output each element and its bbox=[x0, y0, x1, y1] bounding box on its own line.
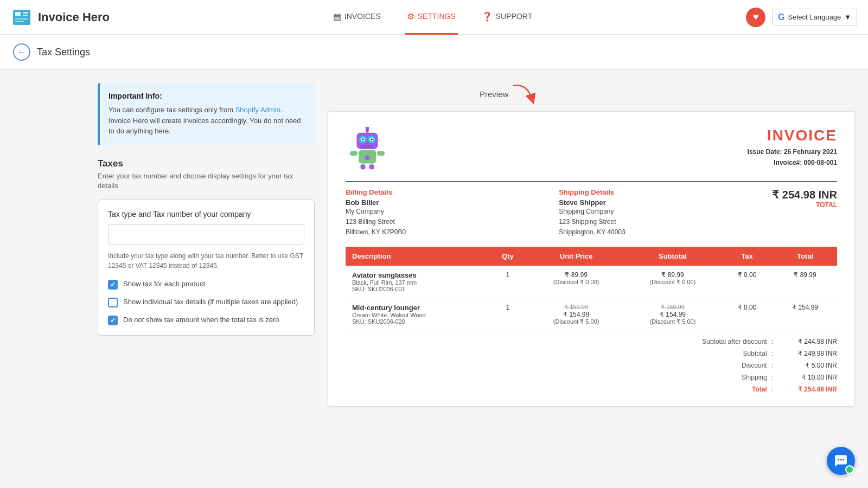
item-tax-2: ₹ 0.00 bbox=[721, 298, 773, 331]
total-col: ₹ 254.98 INR TOTAL bbox=[772, 188, 837, 209]
show-individual-tax-label: Show individual tax details (if multiple… bbox=[123, 297, 298, 307]
nav-item-invoices[interactable]: ▤ INVOICES bbox=[331, 0, 383, 35]
info-box-title: Important Info: bbox=[108, 92, 306, 100]
totals-label-subtotal: Subtotal bbox=[669, 350, 767, 357]
sub-header: ← Tax Settings bbox=[0, 35, 868, 70]
preview-label-area: Preview bbox=[480, 83, 855, 105]
invoice-totals: Subtotal after discount : ₹ 244.98 INR S… bbox=[346, 331, 837, 395]
item-price-discount-2: (Discount ₹ 5.00) bbox=[534, 318, 618, 325]
translate-button[interactable]: G Select Language ▼ bbox=[772, 9, 857, 26]
totals-label-shipping: Shipping bbox=[669, 374, 767, 381]
billing-company: My Company bbox=[346, 208, 384, 215]
invoices-icon: ▤ bbox=[333, 11, 341, 22]
svg-rect-5 bbox=[15, 21, 24, 22]
totals-value-sad: ₹ 244.98 INR bbox=[777, 338, 837, 345]
shipping-street: 123 Shipping Street bbox=[559, 218, 616, 226]
svg-rect-17 bbox=[350, 151, 358, 156]
nav-label-settings: SETTINGS bbox=[418, 12, 456, 21]
invoice-divider bbox=[346, 181, 837, 182]
back-button[interactable]: ← bbox=[13, 43, 30, 61]
col-header-total: Total bbox=[773, 247, 837, 266]
main-content: Important Info: You can configure tax se… bbox=[0, 70, 868, 420]
nav-item-support[interactable]: ❓ SUPPORT bbox=[480, 0, 534, 35]
svg-rect-20 bbox=[361, 164, 366, 169]
issue-date-label: Issue Date: bbox=[748, 148, 782, 156]
main-nav: ▤ INVOICES ⚙ SETTINGS ❓ SUPPORT bbox=[119, 0, 746, 35]
page-title: Tax Settings bbox=[37, 47, 90, 58]
totals-label-discount: Discount bbox=[669, 362, 767, 369]
totals-colon-sad: : bbox=[767, 338, 777, 345]
item-unit-price-2: ₹ 159.99 ₹ 154.99 (Discount ₹ 5.00) bbox=[528, 298, 624, 331]
show-tax-product-checkbox[interactable] bbox=[108, 280, 118, 290]
item-price-main-1: ₹ 89.99 bbox=[534, 271, 618, 279]
item-subtotal-main-2: ₹ 154.99 bbox=[631, 311, 714, 318]
checkbox-row-3: Do not show tax amount when the total ta… bbox=[108, 315, 304, 325]
nav-label-support: SUPPORT bbox=[496, 12, 532, 21]
item-unit-price-1: ₹ 89.99 (Discount ₹ 0.00) bbox=[528, 266, 624, 298]
item-total-1: ₹ 89.99 bbox=[773, 266, 837, 298]
invoice-robot-logo bbox=[346, 127, 389, 170]
shopify-admin-link[interactable]: Shopify Admin bbox=[235, 106, 280, 114]
item-tax-1: ₹ 0.00 bbox=[721, 266, 773, 298]
tax-hint: Include your tax type along with your ta… bbox=[108, 251, 304, 271]
back-arrow-icon: ← bbox=[17, 47, 26, 57]
show-individual-tax-checkbox[interactable] bbox=[108, 298, 118, 307]
col-header-unit-price: Unit Price bbox=[528, 247, 624, 266]
item-subtotal-discount-2: (Discount ₹ 5.00) bbox=[631, 318, 714, 325]
totals-value-subtotal: ₹ 249.98 INR bbox=[777, 350, 837, 357]
svg-rect-1 bbox=[15, 12, 21, 16]
item-price-strike-2: ₹ 159.99 bbox=[534, 304, 618, 311]
no-show-zero-tax-label: Do not show tax amount when the total ta… bbox=[123, 315, 279, 325]
totals-row-discount: Discount : ₹ 5.00 INR bbox=[346, 359, 837, 371]
svg-rect-4 bbox=[15, 18, 28, 20]
svg-rect-2 bbox=[23, 12, 28, 14]
app-title: Invoice Hero bbox=[38, 10, 110, 24]
svg-rect-18 bbox=[377, 151, 385, 156]
invoice-num-value: 000-08-001 bbox=[804, 159, 837, 166]
table-row: Aviator sunglasses Black, Full Rim, 137 … bbox=[346, 266, 837, 298]
invoice-num-label: Invoice#: bbox=[774, 159, 802, 166]
totals-colon-discount: : bbox=[767, 362, 777, 369]
col-header-qty: Qty bbox=[487, 247, 528, 266]
tax-number-input[interactable] bbox=[108, 224, 304, 245]
total-label: TOTAL bbox=[772, 201, 837, 209]
right-panel: Preview bbox=[328, 83, 855, 407]
item-sub1-2: Cream White, Walnut Wood bbox=[352, 312, 481, 318]
totals-label-grand-total: Total bbox=[669, 386, 767, 393]
totals-row-grand-total: Total : ₹ 254.98 INR bbox=[346, 383, 837, 395]
totals-row-shipping: Shipping : ₹ 10.00 INR bbox=[346, 371, 837, 383]
settings-icon: ⚙ bbox=[407, 11, 414, 22]
heart-icon: ♥ bbox=[753, 11, 759, 23]
invoice-preview: INVOICE Issue Date: 26 February 2021 Inv… bbox=[328, 111, 855, 407]
heart-button[interactable]: ♥ bbox=[746, 8, 765, 27]
totals-row-subtotal: Subtotal : ₹ 249.98 INR bbox=[346, 348, 837, 359]
item-qty-1: 1 bbox=[487, 266, 528, 298]
checkbox-row-1: Show tax for each product bbox=[108, 279, 304, 290]
table-row: Mid-century lounger Cream White, Walnut … bbox=[346, 298, 837, 331]
nav-label-invoices: INVOICES bbox=[344, 12, 381, 21]
table-header-row: Description Qty Unit Price Subtotal Tax … bbox=[346, 247, 837, 266]
no-show-zero-tax-checkbox[interactable] bbox=[108, 316, 118, 325]
svg-rect-21 bbox=[369, 164, 374, 169]
item-sku-1: SKU: SKU2006-001 bbox=[352, 286, 481, 292]
chevron-down-icon: ▼ bbox=[844, 13, 851, 21]
billing-name: Bob Biller bbox=[346, 198, 559, 207]
item-name-1: Aviator sunglasses bbox=[352, 271, 481, 279]
col-header-subtotal: Subtotal bbox=[624, 247, 721, 266]
translate-label: Select Language bbox=[788, 13, 841, 21]
tax-card-title: Tax type and Tax number of your company bbox=[108, 210, 304, 219]
billing-street: 123 Billing Street bbox=[346, 218, 395, 226]
support-icon: ❓ bbox=[482, 11, 493, 22]
totals-value-discount: ₹ 5.00 INR bbox=[777, 362, 837, 369]
nav-item-settings[interactable]: ⚙ SETTINGS bbox=[405, 0, 458, 35]
shipping-col: Shipping Details Steve Shipper Shipping … bbox=[559, 188, 772, 238]
invoice-title: INVOICE bbox=[748, 127, 837, 144]
svg-point-19 bbox=[365, 155, 370, 160]
totals-row-subtotal-after-discount: Subtotal after discount : ₹ 244.98 INR bbox=[346, 336, 837, 348]
svg-point-14 bbox=[371, 138, 373, 140]
item-description-1: Aviator sunglasses Black, Full Rim, 137 … bbox=[346, 266, 487, 298]
item-sub1-1: Black, Full Rim, 137 mm bbox=[352, 279, 481, 286]
app-logo-icon bbox=[11, 7, 33, 28]
item-price-main-2: ₹ 154.99 bbox=[534, 311, 618, 318]
taxes-desc: Enter your tax number and choose display… bbox=[98, 171, 315, 191]
